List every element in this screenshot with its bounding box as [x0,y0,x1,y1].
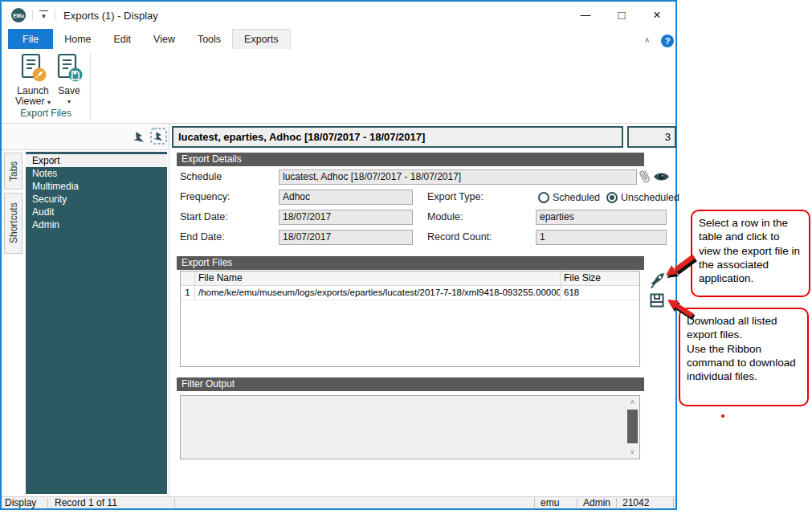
schedule-label: Schedule [180,171,222,182]
status-separator [577,498,577,508]
status-separator [616,498,617,508]
section-export-files: Export Files [177,256,644,270]
file-size-cell[interactable]: 618 [561,286,639,300]
titlebar-separator [55,10,55,21]
sidebar-item-notes[interactable]: Notes [26,167,167,180]
export-files-table[interactable]: File Name File Size 1 /home/ke/emu/museu… [180,271,640,367]
filter-output-area[interactable]: ∧ ∨ [180,395,640,459]
status-mode: Display [5,497,36,508]
tab-home[interactable]: Home [53,29,102,49]
window-title: Exports (1) - Display [63,10,158,22]
status-separator [174,498,175,508]
dropdown-caret-icon: ▾ [47,99,51,106]
sidebar-item-security[interactable]: Security [26,193,167,206]
tab-tools[interactable]: Tools [186,29,232,49]
radio-unscheduled-label[interactable]: Unscheduled [621,192,679,203]
launch-viewer-label2: Viewer [15,96,44,107]
help-icon[interactable]: ? [661,35,674,47]
frequency-field[interactable]: Adhoc [279,190,413,205]
schedule-field[interactable]: lucatest, Adhoc [18/07/2017 - 18/07/2017… [279,169,637,185]
tab-tabs[interactable]: Tabs [4,153,22,190]
sidebar-item-export[interactable]: Export [26,154,167,167]
tab-exports[interactable]: Exports [232,29,290,49]
maximize-button[interactable]: □ [610,6,634,24]
radio-unscheduled[interactable] [606,192,618,203]
ribbon-group-separator [90,52,91,120]
callout-download: Download all listed export files. Use th… [679,308,809,406]
scrollbar-thumb[interactable] [627,410,638,443]
record-count-box: 3 [627,126,676,148]
ribbon-tab-bar: File Home Edit View Tools Exports [2,29,675,49]
status-database: emu [541,497,559,508]
ribbon-group-label: Export Files [2,108,90,119]
launch-viewer-button[interactable]: Launch Viewer ▾ [11,53,55,108]
row-number: 1 [181,286,195,300]
callout-download-text1: Download all listed export files. [687,314,801,342]
scroll-up-icon[interactable]: ∧ [626,397,639,408]
radio-scheduled[interactable] [538,192,549,203]
filter-scrollbar[interactable]: ∧ ∨ [626,397,639,458]
start-date-label: Start Date: [180,211,228,222]
app-window: EMu ▾ Exports (1) - Display — □ × File H… [0,0,677,510]
table-row[interactable]: 1 /home/ke/emu/museum/logs/exports/epart… [181,286,639,300]
dropdown-caret-icon: ▾ [55,96,84,107]
titlebar-separator [32,10,33,21]
tab-list-panel: Export Notes Multimedia Security Audit A… [26,152,167,494]
sidebar-item-multimedia[interactable]: Multimedia [26,180,167,193]
status-separator [47,498,48,508]
callout-view-text: Select a row in the table and click to v… [699,217,800,284]
close-button[interactable]: × [645,6,669,24]
status-separator [534,498,535,508]
save-button[interactable]: Save ▾ [55,53,84,107]
collapse-ribbon-icon[interactable]: ∧ [644,35,650,44]
record-header-title: lucatest, eparties, Adhoc [18/07/2017 - … [172,126,623,148]
tab-shortcuts[interactable]: Shortcuts [4,193,22,254]
status-separator [673,498,674,508]
quick-access-dropdown-icon[interactable]: ▾ [39,10,48,20]
red-dot-marker [721,414,724,418]
tab-file[interactable]: File [8,29,53,49]
status-record: Record 1 of 11 [55,497,117,508]
document-save-icon [55,53,83,84]
table-header-row: File Name File Size [181,271,639,286]
download-files-icon[interactable] [649,292,665,308]
select-region-icon[interactable] [149,127,168,146]
callout-download-text2: Use the Ribbon command to download indiv… [687,342,801,384]
record-count-field[interactable]: 1 [536,230,667,245]
end-date-label: End Date: [180,231,225,243]
module-field[interactable]: eparties [536,210,667,225]
ribbon: Launch Viewer ▾ Save ▾ Export Files [2,49,675,124]
launch-file-icon[interactable] [649,271,667,289]
status-bar: Display Record 1 of 11 emu Admin 21042 [2,496,675,508]
end-date-field[interactable]: 18/07/2017 [279,230,413,245]
export-type-label: Export Type: [427,191,484,202]
emu-logo-icon: EMu [11,8,26,22]
callout-view-export: Select a row in the table and click to v… [691,210,810,297]
status-pid: 21042 [622,497,649,508]
module-label: Module: [427,211,463,222]
scroll-down-icon[interactable]: ∨ [626,447,639,458]
tab-edit[interactable]: Edit [103,29,143,49]
status-user: Admin [583,497,610,508]
tab-view[interactable]: View [142,29,186,49]
frequency-label: Frequency: [180,191,231,202]
col-file-size[interactable]: File Size [561,271,639,285]
sidebar-item-audit[interactable]: Audit [26,206,167,218]
view-icon[interactable] [653,171,670,182]
section-filter-output: Filter Output [177,377,644,391]
record-count-label: Record Count: [427,231,492,243]
save-label: Save [55,86,84,96]
minimize-button[interactable]: — [573,6,598,24]
file-name-cell[interactable]: /home/ke/emu/museum/logs/exports/epartie… [195,286,561,300]
sidebar-item-admin[interactable]: Admin [26,218,167,231]
document-rocket-icon [19,53,47,84]
attachment-icon[interactable] [639,168,651,186]
section-export-details: Export Details [177,153,644,166]
col-file-name[interactable]: File Name [195,271,561,285]
panel-divider [169,124,169,498]
start-date-field[interactable]: 18/07/2017 [279,210,413,225]
radio-scheduled-label[interactable]: Scheduled [553,192,600,203]
select-cursor-icon[interactable] [133,129,146,145]
col-rownum [181,271,195,285]
